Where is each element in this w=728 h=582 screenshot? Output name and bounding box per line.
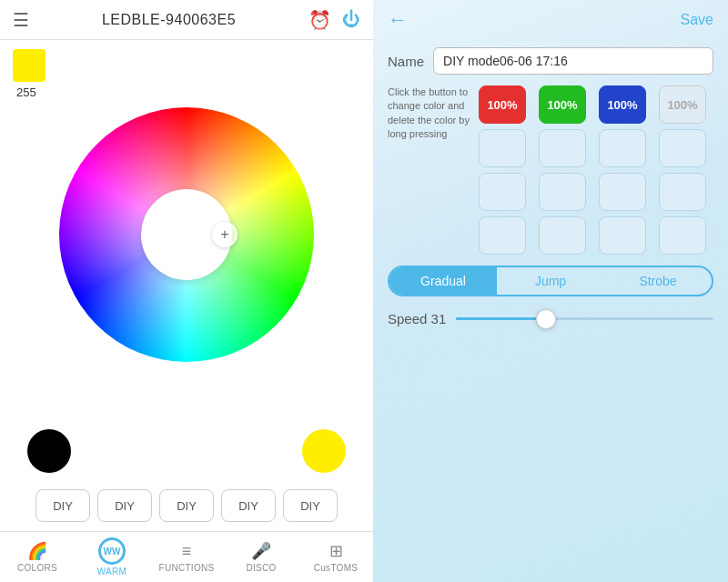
tab-gradual[interactable]: Gradual	[389, 267, 497, 295]
speed-slider-thumb[interactable]	[536, 309, 556, 329]
functions-icon: ≡	[182, 542, 192, 561]
diy-buttons-row: DIY DIY DIY DIY DIY	[0, 482, 373, 531]
color-grid: 100% 100% 100% 100%	[479, 85, 713, 255]
color-cell-9[interactable]	[479, 173, 526, 211]
nav-item-customs[interactable]: ⊞ CusTOMS	[298, 532, 373, 582]
customs-icon: ⊞	[329, 541, 343, 561]
menu-icon[interactable]: ☰	[13, 9, 29, 31]
alarm-icon[interactable]: ⏰	[308, 9, 331, 31]
color-cell-4[interactable]: 100%	[659, 85, 706, 124]
color-cell-13[interactable]	[479, 216, 526, 255]
color-cell-2[interactable]: 100%	[539, 85, 586, 124]
yellow-dot[interactable]	[302, 429, 346, 473]
colors-icon: 🌈	[27, 541, 47, 561]
color-cell-11[interactable]	[599, 173, 646, 211]
color-cell-15[interactable]	[599, 216, 646, 255]
diy-button-1[interactable]: DIY	[35, 489, 90, 522]
color-grid-area: Click the button to change color and del…	[388, 85, 713, 255]
back-button[interactable]: ←	[388, 8, 408, 32]
save-button[interactable]: Save	[681, 12, 713, 28]
nav-item-functions[interactable]: ≡ FUNCTIONS	[149, 532, 224, 582]
black-dot[interactable]	[27, 429, 71, 473]
color-cell-7[interactable]	[599, 129, 646, 167]
tab-jump[interactable]: Jump	[497, 267, 604, 295]
power-icon[interactable]: ⏻	[342, 9, 360, 30]
right-header: ← Save	[373, 0, 728, 40]
color-grid-label: Click the button to change color and del…	[388, 85, 470, 255]
color-wheel-container[interactable]	[59, 107, 314, 362]
header: ☰ LEDBLE-940063E5 ⏰ ⏻	[0, 0, 373, 40]
name-row: Name	[388, 47, 713, 75]
nav-label-colors: COLORS	[17, 563, 57, 573]
nav-item-colors[interactable]: 🌈 COLORS	[0, 532, 75, 582]
mode-tabs: Gradual Jump Strobe	[388, 266, 713, 296]
color-wheel-handle[interactable]	[212, 222, 238, 247]
color-cell-3[interactable]: 100%	[599, 85, 646, 124]
color-cell-6[interactable]	[539, 129, 586, 167]
nav-item-disco[interactable]: 🎤 DISCO	[224, 532, 298, 582]
warm-ww-icon: WW	[98, 537, 126, 565]
name-input[interactable]	[433, 47, 713, 75]
nav-label-customs: CusTOMS	[314, 563, 359, 573]
color-wheel-area: 255	[0, 40, 373, 420]
diy-button-4[interactable]: DIY	[221, 489, 276, 522]
color-wheel[interactable]	[59, 107, 314, 362]
speed-label: Speed 31	[388, 311, 447, 326]
diy-button-2[interactable]: DIY	[97, 489, 152, 522]
nav-label-warm: WARM	[97, 567, 127, 577]
tab-strobe[interactable]: Strobe	[604, 267, 712, 295]
nav-label-disco: DISCO	[246, 563, 276, 573]
color-cell-14[interactable]	[539, 216, 586, 255]
name-label: Name	[388, 54, 424, 69]
right-bottom-space	[388, 341, 713, 571]
selected-color-value: 255	[16, 85, 36, 99]
bottom-nav: 🌈 COLORS WW WARM ≡ FUNCTIONS 🎤 DISCO ⊞ C…	[0, 531, 373, 582]
color-cell-8[interactable]	[659, 129, 706, 167]
header-icons: ⏰ ⏻	[308, 9, 360, 31]
diy-button-5[interactable]: DIY	[283, 489, 338, 522]
speed-row: Speed 31	[388, 307, 713, 330]
nav-label-functions: FUNCTIONS	[158, 563, 214, 573]
color-cell-5[interactable]	[479, 129, 526, 167]
speed-slider-container[interactable]	[456, 317, 713, 321]
color-cell-16[interactable]	[659, 216, 706, 255]
right-panel: ← Save Name Click the button to change c…	[373, 0, 728, 582]
left-panel: ☰ LEDBLE-940063E5 ⏰ ⏻ 255 DIY DIY DIY DI…	[0, 0, 373, 582]
right-content: Name Click the button to change color an…	[373, 40, 728, 582]
nav-item-warm[interactable]: WW WARM	[75, 532, 149, 582]
color-cell-12[interactable]	[659, 173, 706, 211]
device-title: LEDBLE-940063E5	[102, 12, 236, 28]
speed-slider-fill	[456, 317, 546, 320]
color-cell-1[interactable]: 100%	[479, 85, 526, 124]
disco-icon: 🎤	[251, 541, 271, 561]
selected-color-swatch[interactable]	[13, 49, 46, 82]
color-cell-10[interactable]	[539, 173, 586, 211]
diy-button-3[interactable]: DIY	[159, 489, 214, 522]
bottom-color-row	[0, 420, 373, 482]
